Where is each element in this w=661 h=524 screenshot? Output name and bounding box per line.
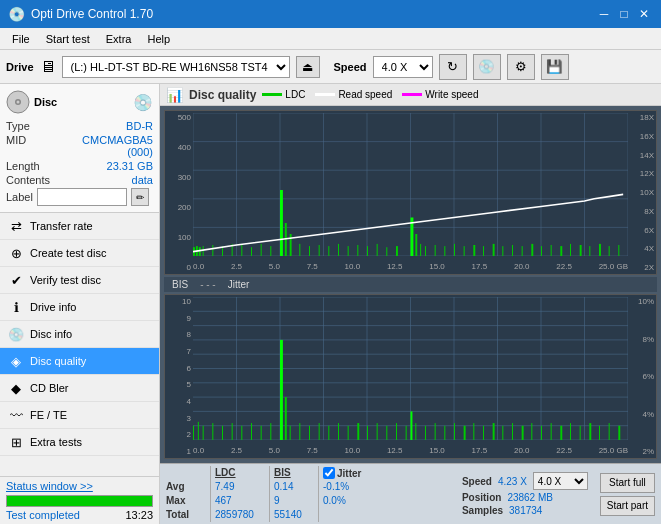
jitter-col: Jitter -0.1% 0.0% xyxy=(318,466,378,522)
svg-rect-47 xyxy=(420,244,421,256)
svg-rect-35 xyxy=(309,246,310,256)
svg-rect-115 xyxy=(411,411,413,440)
svg-rect-126 xyxy=(512,423,513,440)
disc-button[interactable]: 💿 xyxy=(473,54,501,80)
svg-rect-136 xyxy=(609,423,610,440)
progress-bar-container xyxy=(6,495,153,507)
svg-rect-132 xyxy=(570,423,571,440)
nav-create-test-disc[interactable]: ⊕ Create test disc xyxy=(0,240,159,267)
label-input[interactable] xyxy=(37,188,127,206)
nav-disc-quality[interactable]: ◈ Disc quality xyxy=(0,348,159,375)
svg-rect-39 xyxy=(348,246,349,256)
svg-rect-133 xyxy=(580,426,581,440)
svg-rect-114 xyxy=(406,426,407,440)
svg-rect-112 xyxy=(386,426,387,440)
ldc-col: LDC 7.49 467 2859780 xyxy=(210,466,265,522)
nav-transfer-rate[interactable]: ⇄ Transfer rate xyxy=(0,213,159,240)
svg-rect-53 xyxy=(473,245,475,256)
nav-disc-info[interactable]: 💿 Disc info xyxy=(0,321,159,348)
status-time: 13:23 xyxy=(125,509,153,521)
nav-extra-tests[interactable]: ⊞ Extra tests xyxy=(0,429,159,456)
legend-ldc: LDC xyxy=(262,89,305,100)
ldc-x-axis: 0.0 2.5 5.0 7.5 10.0 12.5 15.0 17.5 20.0… xyxy=(193,258,628,274)
sidebar: Disc 💿 Type BD-R MID CMCMAGBA5 (000) Len… xyxy=(0,84,160,524)
start-full-button[interactable]: Start full xyxy=(600,473,655,493)
nav-fe-te[interactable]: 〰 FE / TE xyxy=(0,402,159,429)
svg-rect-37 xyxy=(328,246,329,256)
position-header: Position xyxy=(462,492,501,503)
svg-rect-68 xyxy=(618,245,619,256)
menu-start-test[interactable]: Start test xyxy=(38,31,98,47)
label-edit-button[interactable]: ✏ xyxy=(131,188,149,206)
disc-info-icon: 💿 xyxy=(8,326,24,342)
minimize-button[interactable]: ─ xyxy=(595,5,613,23)
svg-rect-62 xyxy=(560,246,562,256)
svg-rect-107 xyxy=(338,423,339,440)
write-speed-color xyxy=(402,93,422,96)
svg-rect-49 xyxy=(435,245,436,256)
speed-select[interactable]: 4.0 X 1.0 X 2.0 X 6.0 X 8.0 X xyxy=(373,56,433,78)
svg-rect-52 xyxy=(464,246,465,256)
mid-label: MID xyxy=(6,134,26,158)
svg-rect-33 xyxy=(270,246,271,256)
fe-te-icon: 〰 xyxy=(8,407,24,423)
nav-disc-quality-label: Disc quality xyxy=(30,355,86,367)
ldc-header: LDC xyxy=(215,466,265,480)
settings-button[interactable]: ⚙ xyxy=(507,54,535,80)
progress-bar-fill xyxy=(7,496,152,506)
ldc-max: 467 xyxy=(215,494,265,508)
close-button[interactable]: ✕ xyxy=(635,5,653,23)
bis-jitter-header: BIS - - - Jitter xyxy=(164,277,657,292)
legend-write-speed: Write speed xyxy=(402,89,478,100)
maximize-button[interactable]: □ xyxy=(615,5,633,23)
position-row: Position 23862 MB xyxy=(462,492,588,503)
nav-cd-bler[interactable]: ◆ CD Bler xyxy=(0,375,159,402)
create-test-disc-icon: ⊕ xyxy=(8,245,24,261)
svg-rect-118 xyxy=(435,423,436,440)
jitter-max: 0.0% xyxy=(323,494,378,508)
svg-rect-135 xyxy=(599,426,600,440)
svg-rect-110 xyxy=(367,426,368,440)
svg-rect-131 xyxy=(560,426,562,440)
bis-chart-svg xyxy=(193,297,628,440)
svg-rect-105 xyxy=(319,423,320,440)
start-part-button[interactable]: Start part xyxy=(600,496,655,516)
svg-rect-96 xyxy=(222,426,223,440)
drive-info-icon: ℹ xyxy=(8,299,24,315)
disc-contents-row: Contents data xyxy=(6,174,153,186)
svg-rect-46 xyxy=(415,234,417,256)
svg-rect-94 xyxy=(203,426,204,440)
status-window-button[interactable]: Status window >> xyxy=(6,480,93,492)
nav-verify-test-disc-label: Verify test disc xyxy=(30,274,101,286)
ldc-avg: 7.49 xyxy=(215,480,265,494)
refresh-button[interactable]: ↻ xyxy=(439,54,467,80)
menu-extra[interactable]: Extra xyxy=(98,31,140,47)
nav-extra-tests-label: Extra tests xyxy=(30,436,82,448)
speed-display-select[interactable]: 4.0 X xyxy=(533,472,588,490)
eject-button[interactable]: ⏏ xyxy=(296,56,320,78)
status-row: Test completed 13:23 xyxy=(6,509,153,521)
svg-rect-90 xyxy=(193,426,194,440)
disc-panel-title: Disc xyxy=(34,96,57,108)
main-area: Disc 💿 Type BD-R MID CMCMAGBA5 (000) Len… xyxy=(0,84,661,524)
svg-rect-30 xyxy=(241,245,242,256)
jitter-checkbox[interactable] xyxy=(323,467,335,479)
svg-rect-54 xyxy=(483,246,484,256)
menu-help[interactable]: Help xyxy=(139,31,178,47)
svg-rect-31 xyxy=(251,247,252,256)
drive-select[interactable]: (L:) HL-DT-ST BD-RE WH16NS58 TST4 xyxy=(62,56,290,78)
svg-rect-123 xyxy=(483,426,484,440)
nav-drive-info-label: Drive info xyxy=(30,301,76,313)
nav-verify-test-disc[interactable]: ✔ Verify test disc xyxy=(0,267,159,294)
menu-file[interactable]: File xyxy=(4,31,38,47)
svg-rect-56 xyxy=(502,246,503,256)
speed-row: Speed 4.23 X 4.0 X xyxy=(462,472,588,490)
toolbar: Drive 🖥 (L:) HL-DT-ST BD-RE WH16NS58 TST… xyxy=(0,50,661,84)
save-button[interactable]: 💾 xyxy=(541,54,569,80)
svg-point-2 xyxy=(17,101,20,104)
chart-icon: 📊 xyxy=(166,87,183,103)
svg-rect-40 xyxy=(357,245,358,256)
label-label: Label xyxy=(6,191,33,203)
read-speed-color xyxy=(315,93,335,96)
nav-drive-info[interactable]: ℹ Drive info xyxy=(0,294,159,321)
